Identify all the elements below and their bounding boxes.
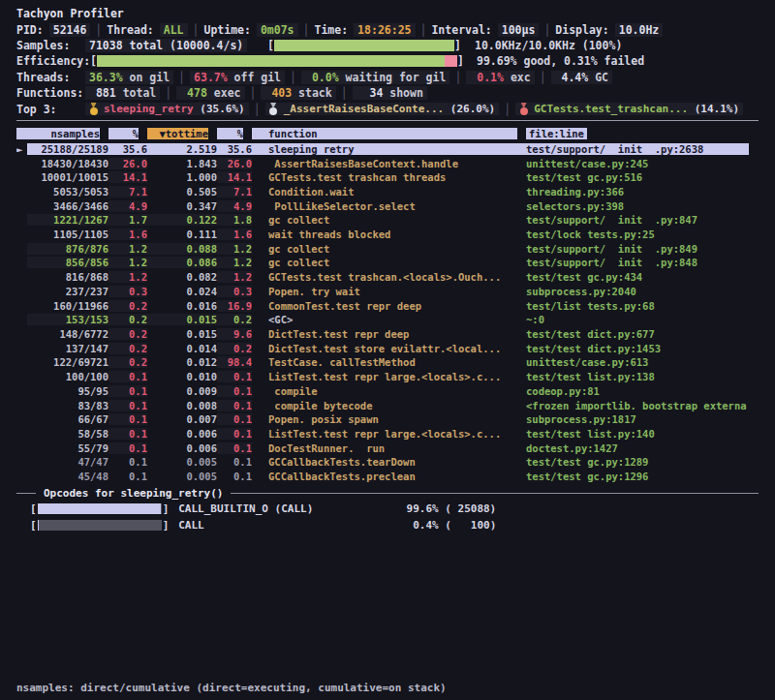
nsamples-cell: 148/6772 <box>27 328 108 340</box>
table-row[interactable]: 95/950.10.0090.1_compilecodeop.py:81 <box>0 383 775 398</box>
direct-pct-cell: 14.1 <box>108 171 147 183</box>
file-line-cell: test/support/__init__.py:2638 <box>526 143 749 155</box>
column-header-nsamples[interactable]: nsamples <box>16 128 100 139</box>
direct-pct-cell: 0.2 <box>108 314 147 325</box>
file-line-cell: <frozen importlib._bootstrap_externa <box>526 400 749 411</box>
display-label: Display: <box>555 23 608 37</box>
tachyon-profiler-screen: Tachyon Profiler PID:52146 │ Thread:ALL … <box>0 0 775 700</box>
function-cell: GCCallbackTests.tearDown <box>252 456 526 468</box>
direct-pct-cell: 0.2 <box>108 328 147 340</box>
separator: │ <box>540 71 546 84</box>
cumulative-pct-cell: 14.1 <box>217 171 252 183</box>
efficiency-good-fill <box>97 55 445 67</box>
nsamples-cell: 876/876 <box>27 243 108 255</box>
table-row[interactable]: 876/8761.20.0881.2gc_collecttest/support… <box>0 241 775 256</box>
cumulative-pct-cell: 0.1 <box>217 456 252 468</box>
table-row[interactable]: 1105/11051.60.1111.6wait_threads_blocked… <box>0 228 775 242</box>
nsamples-cell: 153/153 <box>27 314 108 325</box>
efficiency-bar: [ ] <box>90 53 464 69</box>
tottime-cell: 0.088 <box>147 243 217 255</box>
tottime-cell: 0.082 <box>147 271 217 283</box>
column-header-tottime-sorted[interactable]: ▼tottime <box>147 128 208 139</box>
pid-value: 52146 <box>49 23 91 37</box>
cumulative-pct-cell: 7.1 <box>217 186 252 198</box>
table-row[interactable]: 160/119660.20.01616.9CommonTest.test_rep… <box>0 298 775 313</box>
table-row[interactable]: 237/2370.30.0240.3Popen._try_waitsubproc… <box>0 285 775 299</box>
direct-pct-cell: 0.2 <box>108 343 147 354</box>
table-row[interactable]: 100/1000.10.0100.1ListTest.test_repr_lar… <box>0 370 775 384</box>
direct-pct-cell: 4.9 <box>108 200 147 212</box>
thread-value[interactable]: ALL <box>160 23 188 37</box>
nsamples-cell: 237/237 <box>27 286 108 297</box>
file-line-cell: threading.py:366 <box>526 186 749 198</box>
separator: │ <box>290 71 296 84</box>
nsamples-cell: 100/100 <box>27 371 108 382</box>
nsamples-cell: 856/856 <box>27 257 108 268</box>
table-row[interactable]: 137/1470.20.0140.2DictTest.test_store_ev… <box>0 341 775 355</box>
samples-rate: 10.0KHz/10.0KHz (100%) <box>475 38 622 53</box>
tottime-cell: 0.347 <box>147 200 217 212</box>
efficiency-line: Efficiency: [ ] 99.69% good, 0.31% faile… <box>16 53 759 69</box>
table-row[interactable]: 83/830.10.0080.1_compile_bytecode<frozen… <box>0 398 775 412</box>
tottime-cell: 1.000 <box>147 171 217 183</box>
table-row[interactable]: 1221/12671.70.1221.8gc_collecttest/suppo… <box>0 213 775 228</box>
function-cell: GCTests.test_trashcan.<locals>.Ouch... <box>252 271 526 283</box>
function-cell: CommonTest.test_repr_deep <box>252 300 526 312</box>
selection-cursor-icon: ► <box>16 143 27 155</box>
threads-exc: 0.1% exc <box>466 71 534 84</box>
direct-pct-cell: 0.2 <box>108 356 147 368</box>
efficiency-label: Efficiency: <box>16 54 90 68</box>
tottime-cell: 0.006 <box>147 428 217 440</box>
threads-line: Threads: 36.3% on gil │ 63.7% off gil │ … <box>16 70 759 85</box>
cumulative-pct-cell: 98.4 <box>217 356 252 368</box>
table-row[interactable]: 66/670.10.0070.1Popen._posix_spawnsubpro… <box>0 412 775 427</box>
table-row[interactable]: 148/67720.20.0159.6DictTest.test_repr_de… <box>0 327 775 342</box>
file-line-cell: test/support/__init__.py:849 <box>526 243 749 255</box>
table-row[interactable]: 55/790.10.0060.1DocTestRunner.__rundocte… <box>0 441 775 455</box>
column-header-function[interactable]: function <box>252 128 517 139</box>
table-row[interactable]: 18430/1843026.01.84326.0_AssertRaisesBas… <box>0 156 775 170</box>
cumulative-pct-cell: 0.1 <box>217 385 252 397</box>
header: Tachyon Profiler PID:52146 │ Thread:ALL … <box>16 6 759 117</box>
column-header-cumulative-pct[interactable]: % <box>217 128 243 139</box>
table-row[interactable]: 10001/1001514.11.00014.1GCTests.test_tra… <box>0 170 775 185</box>
table-row[interactable]: 816/8681.20.0821.2GCTests.test_trashcan.… <box>0 270 775 285</box>
tottime-cell: 0.005 <box>147 456 217 468</box>
table-row[interactable]: 45/480.10.0050.1GCCallbackTests.preclean… <box>0 470 775 484</box>
nsamples-cell: 3466/3466 <box>27 200 108 212</box>
tottime-cell: 0.006 <box>147 442 217 454</box>
tottime-cell: 0.505 <box>147 186 217 198</box>
function-cell: GCCallbackTests.preclean <box>252 471 526 482</box>
column-header-file-line[interactable]: file:line <box>526 128 587 139</box>
table-row[interactable]: ►25188/2518935.62.51935.6sleeping_retryt… <box>0 142 775 157</box>
table-row[interactable]: 58/580.10.0060.1ListTest.test_repr_large… <box>0 427 775 441</box>
nsamples-cell: 160/11966 <box>27 300 108 312</box>
nsamples-cell: 66/67 <box>27 413 108 425</box>
cumulative-pct-cell: 4.9 <box>217 200 252 212</box>
functions-line: Functions: 881 total │ 478 exec │ 403 st… <box>16 85 759 101</box>
tottime-cell: 0.014 <box>147 343 217 354</box>
function-cell: DictTest.test_repr_deep <box>252 328 526 340</box>
column-header-direct-pct[interactable]: % <box>108 128 139 139</box>
profile-table: nsamples % ▼tottime % function file:line… <box>0 126 775 483</box>
separator: │ <box>165 86 171 100</box>
table-row[interactable]: 856/8561.20.0861.2gc_collecttest/support… <box>0 256 775 270</box>
samples-total: 71038 total (10000.4/s) <box>85 39 247 52</box>
function-cell: gc_collect <box>252 214 526 226</box>
opcodes-body: []CALL_BUILTIN_O (CALL)99.6% ( 25088)[]C… <box>0 501 775 533</box>
table-row[interactable]: 5053/50537.10.5057.1Condition.waitthread… <box>0 185 775 199</box>
separator: │ <box>454 71 461 84</box>
function-cell: _PollLikeSelector.select <box>252 200 526 212</box>
table-row[interactable]: 47/470.10.0050.1GCCallbackTests.tearDown… <box>0 455 775 470</box>
table-row[interactable]: 122/697210.20.01298.4TestCase._callTestM… <box>0 355 775 370</box>
pid-label: PID: <box>16 23 44 37</box>
file-line-cell: test/test_gc.py:516 <box>526 171 749 183</box>
tottime-cell: 0.016 <box>147 300 217 312</box>
opcodes-title: Opcodes for sleeping_retry() <box>44 487 223 500</box>
file-line-cell: subprocess.py:1817 <box>526 413 749 425</box>
table-row[interactable]: 153/1530.20.0150.2<GC>~:0 <box>0 313 775 327</box>
cumulative-pct-cell: 1.6 <box>217 228 252 240</box>
table-row[interactable]: 3466/34664.90.3474.9_PollLikeSelector.se… <box>0 198 775 213</box>
file-line-cell: ~:0 <box>526 314 749 325</box>
file-line-cell: test/test_gc.py:1296 <box>526 471 749 482</box>
